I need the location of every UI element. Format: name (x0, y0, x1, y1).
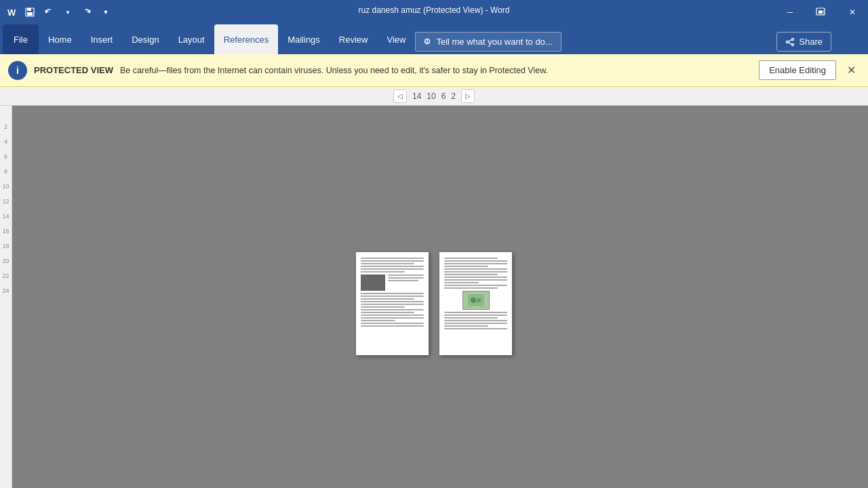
ruler-bar: ◁ 14 10 6 2 ▷ (0, 87, 868, 106)
doc-scroll-area[interactable]: 2 4 6 8 10 12 14 16 18 20 22 24 (0, 106, 868, 488)
tab-file[interactable]: File (3, 24, 39, 54)
text-line (444, 258, 498, 259)
text-line (444, 279, 507, 281)
text-line (361, 298, 414, 300)
text-line (361, 309, 424, 310)
document-page-2 (439, 252, 512, 355)
ruler-left-btn[interactable]: ◁ (393, 89, 407, 103)
window-title: ruz danesh amuz (Protected View) - Word (359, 5, 510, 15)
window-controls: ─ □ ✕ (774, 0, 868, 24)
text-line (361, 268, 424, 270)
text-line (361, 325, 424, 327)
pages-container (356, 252, 512, 355)
ruler-value-2: 2 (451, 92, 456, 101)
svg-rect-3 (27, 8, 31, 11)
tab-mailings[interactable]: Mailings (278, 24, 330, 54)
ruler-mark: 20 (2, 253, 9, 268)
ruler-mark: 4 (4, 134, 7, 149)
ruler-mark: 16 (2, 224, 9, 239)
text-line (388, 277, 424, 279)
text-line (444, 266, 488, 267)
ruler-mark: 6 (4, 149, 7, 164)
word-icon: W (5, 5, 19, 19)
text-line (361, 323, 424, 324)
undo-dropdown-button[interactable]: ▼ (60, 4, 76, 20)
text-line (361, 296, 424, 297)
protected-view-message: Be careful—files from the Internet can c… (120, 66, 752, 75)
enable-editing-button[interactable]: Enable Editing (759, 60, 836, 80)
text-line (361, 317, 424, 319)
text-line (361, 263, 414, 264)
ruler-mark: 2 (4, 119, 7, 134)
tell-me-input[interactable]: Tell me what you want to do... (415, 32, 561, 52)
undo-button[interactable] (41, 4, 57, 20)
text-line (444, 260, 507, 262)
text-line (444, 271, 507, 272)
tab-home[interactable]: Home (39, 24, 81, 54)
text-line (444, 323, 507, 324)
save-button[interactable] (22, 4, 38, 20)
text-line (444, 277, 507, 278)
quick-access-toolbar: W ▼ ▼ (5, 4, 114, 20)
left-ruler: 2 4 6 8 10 12 14 16 18 20 22 24 (0, 106, 12, 488)
text-line (361, 293, 424, 294)
ruler-mark: 22 (2, 268, 9, 283)
text-line (444, 312, 507, 313)
tab-references[interactable]: References (214, 24, 278, 54)
page-image (361, 274, 385, 291)
text-line (444, 282, 479, 283)
svg-point-9 (787, 41, 789, 43)
close-button[interactable]: ✕ (837, 0, 868, 24)
maximize-button[interactable]: □ (806, 0, 837, 24)
share-button[interactable]: Share (776, 32, 831, 52)
text-line (444, 268, 507, 270)
ruler-mark: 10 (2, 179, 9, 194)
ruler-value-6: 6 (441, 92, 446, 101)
tab-insert[interactable]: Insert (81, 24, 123, 54)
svg-line-11 (789, 39, 792, 41)
protected-view-label: PROTECTED VIEW (34, 65, 113, 75)
ruler-mark: 14 (2, 209, 9, 224)
svg-line-12 (789, 42, 792, 44)
text-line (361, 306, 405, 308)
ruler-value-10: 10 (427, 92, 435, 101)
minimize-button[interactable]: ─ (774, 0, 806, 24)
text-line (361, 260, 424, 262)
ribbon-tabs: File Home Insert Design Layout Reference… (0, 24, 868, 54)
svg-point-14 (471, 298, 476, 303)
tab-layout[interactable]: Layout (169, 24, 214, 54)
text-line (444, 263, 507, 264)
text-line (444, 314, 507, 316)
text-line (361, 301, 424, 302)
ruler-mark: 12 (2, 194, 9, 209)
document-page-1 (356, 252, 429, 355)
text-line (361, 271, 405, 272)
text-line (361, 304, 424, 305)
text-line (361, 312, 414, 313)
ruler-value-14: 14 (412, 92, 421, 101)
ruler-mark: 18 (2, 239, 9, 253)
document-area: ◁ 14 10 6 2 ▷ 2 4 6 8 10 12 14 16 18 20 … (0, 87, 868, 488)
svg-point-15 (477, 298, 481, 302)
redo-button[interactable] (79, 4, 95, 20)
svg-point-8 (792, 38, 794, 40)
title-bar: W ▼ ▼ ruz danesh amuz (Protected View) (0, 0, 868, 24)
customize-quick-access-button[interactable]: ▼ (98, 4, 114, 20)
info-icon: i (8, 61, 27, 80)
tab-view[interactable]: View (377, 24, 415, 54)
text-line (444, 320, 507, 321)
text-line (444, 328, 507, 329)
close-protected-bar-button[interactable]: ✕ (843, 61, 860, 79)
text-line (444, 317, 498, 319)
text-line (444, 325, 488, 327)
tab-review[interactable]: Review (330, 24, 378, 54)
text-line (361, 266, 424, 267)
svg-rect-4 (27, 12, 33, 16)
ruler-mark: 8 (4, 164, 7, 179)
text-line (444, 274, 498, 275)
tab-design[interactable]: Design (122, 24, 168, 54)
text-line (361, 258, 424, 259)
text-line (361, 320, 395, 321)
ruler-right-btn[interactable]: ▷ (461, 89, 475, 103)
text-line (388, 274, 424, 276)
